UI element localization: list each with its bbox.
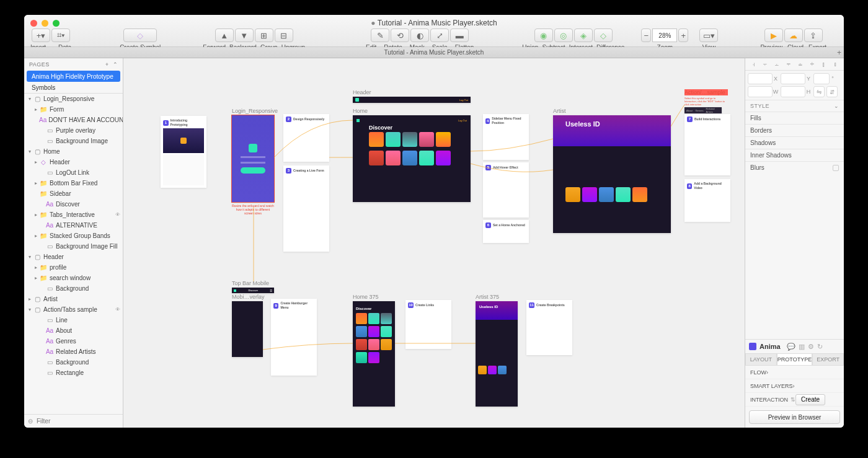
mobile-overlay-artboard[interactable]	[232, 301, 263, 357]
fills-row[interactable]: Fills	[745, 112, 844, 124]
preview-button[interactable]: ▶	[764, 29, 783, 42]
artboard-label[interactable]: Login_Responsive	[232, 108, 278, 114]
ungroup-button[interactable]: ⊟	[275, 29, 293, 42]
rotate-button[interactable]: ⟲	[391, 29, 409, 42]
layer-row[interactable]: ▭Purple overlay	[24, 125, 123, 136]
zoom-in-button[interactable]: +	[678, 29, 688, 42]
filter-input[interactable]	[37, 418, 119, 425]
canvas[interactable]: 1Introducing Prototyping Login_Responsiv…	[123, 58, 745, 428]
anima-layout-icon[interactable]: ▥	[799, 343, 805, 351]
layer-row[interactable]: AaGenres	[24, 336, 123, 346]
artboard-label[interactable]: Header	[353, 89, 471, 95]
insert-button[interactable]: +▾	[32, 29, 50, 42]
forward-button[interactable]: ▲	[215, 29, 234, 42]
blurs-row[interactable]: Blurs	[745, 161, 844, 174]
artboard-label[interactable]: Artist 375	[476, 294, 518, 300]
layer-row[interactable]: ▸📁Stacked Group Bands	[24, 231, 123, 241]
anima-smartlayers-row[interactable]: SMART LAYERS›	[745, 379, 844, 393]
topbar-mobile-artboard[interactable]: Discover≡	[232, 288, 274, 293]
home-375-artboard[interactable]: Discover	[353, 301, 395, 407]
anima-flow-row[interactable]: FLOW›	[745, 366, 844, 379]
angle-input[interactable]	[813, 73, 830, 84]
collapse-pages-icon[interactable]: ⌃	[113, 61, 118, 68]
layer-row[interactable]: ▭LogOut Link	[24, 167, 123, 178]
align-left-icon[interactable]: ⫞	[749, 60, 758, 69]
anima-tab-prototype[interactable]: PROTOTYPE	[777, 353, 812, 366]
x-input[interactable]	[748, 73, 773, 84]
borders-row[interactable]: Borders	[745, 124, 844, 136]
zoom-out-button[interactable]: −	[641, 29, 651, 42]
artboard-label[interactable]: Top Bar Mobile	[232, 280, 274, 286]
align-right-icon[interactable]: ⫠	[773, 60, 781, 69]
layer-row[interactable]: ▭Background	[24, 283, 123, 294]
align-vcenter-icon[interactable]: ⫨	[796, 60, 805, 69]
layer-row[interactable]: ▸📁profile	[24, 262, 123, 273]
artist-375-artboard[interactable]: Useless ID	[476, 301, 518, 407]
home-artboard[interactable]: Log Out Discover	[353, 115, 471, 202]
anima-chat-icon[interactable]: 💬	[787, 343, 795, 351]
add-tab-icon[interactable]: +	[837, 48, 841, 57]
union-button[interactable]: ◉	[534, 29, 553, 42]
export-button[interactable]: ⇪	[804, 29, 823, 42]
artist-artboard[interactable]: Useless ID	[553, 115, 671, 233]
layer-row[interactable]: ▸▢Artist	[24, 294, 123, 304]
anima-tab-layout[interactable]: LAYOUT	[745, 353, 777, 366]
artboard-label[interactable]: Home 375	[353, 294, 395, 300]
flip-h-icon[interactable]: ⇋	[813, 86, 825, 97]
layer-row[interactable]: ▸📁Bottom Bar Fixed	[24, 178, 123, 188]
data-button[interactable]: ⌗▾	[51, 29, 70, 42]
layer-row[interactable]: ▭Background Image Fill	[24, 241, 123, 252]
create-symbol-button[interactable]: ◇	[123, 29, 157, 42]
layer-row[interactable]: AaALTERNATIVE	[24, 220, 123, 231]
layer-row[interactable]: ▭Background Image	[24, 136, 123, 146]
subtract-button[interactable]: ◎	[554, 29, 573, 42]
align-top-icon[interactable]: ⫧	[784, 60, 793, 69]
layer-row[interactable]: ▸📁Form	[24, 104, 123, 115]
anima-refresh-icon[interactable]: ↻	[817, 343, 823, 351]
scale-button[interactable]: ⤢	[430, 29, 449, 42]
interaction-stepper-icon[interactable]: ⇅	[790, 397, 795, 403]
create-interaction-button[interactable]: Create	[795, 394, 825, 405]
layer-row[interactable]: ▾▢Action/Tabs sample👁	[24, 304, 123, 315]
layer-row[interactable]: AaRelated Artists	[24, 346, 123, 357]
anima-tab-export[interactable]: EXPORT	[812, 353, 844, 366]
layer-row[interactable]: ▾▢Header	[24, 252, 123, 262]
edit-button[interactable]: ✎	[371, 29, 389, 42]
artboard-label[interactable]: Artist	[553, 108, 671, 114]
zoom-display[interactable]: 28%	[652, 29, 677, 42]
inner-shadows-row[interactable]: Inner Shadows	[745, 149, 844, 161]
backward-button[interactable]: ▼	[235, 29, 254, 42]
cloud-button[interactable]: ☁	[784, 29, 803, 42]
align-hcenter-icon[interactable]: ⫟	[761, 60, 769, 69]
anima-gear-icon[interactable]: ⚙	[808, 343, 814, 351]
group-button[interactable]: ⊞	[255, 29, 273, 42]
intersect-button[interactable]: ◈	[574, 29, 593, 42]
page-item[interactable]: Anima High Fidelity Prototype	[27, 71, 120, 82]
layer-row[interactable]: AaDiscover	[24, 199, 123, 209]
layers-panel[interactable]: ▾▢Login_Responsive▸📁FormAaDON'T HAVE AN …	[24, 93, 123, 414]
layer-row[interactable]: ▸◇Header	[24, 157, 123, 167]
layer-row[interactable]: 📁Sidebar	[24, 188, 123, 199]
layer-row[interactable]: ▭Rectangle	[24, 368, 123, 378]
artboard-label[interactable]: Mobi…verlay	[232, 294, 265, 300]
align-bottom-icon[interactable]: ⫩	[808, 60, 817, 69]
action-tabs-artboard[interactable]: About Genres Related Artists	[684, 107, 722, 113]
layer-row[interactable]: ▸📁Tabs_Interactive👁	[24, 209, 123, 220]
w-input[interactable]	[748, 86, 773, 97]
difference-button[interactable]: ◇	[594, 29, 613, 42]
distribute-v-icon[interactable]: ⫾	[831, 60, 840, 69]
distribute-h-icon[interactable]: ⫿	[820, 60, 828, 69]
preview-in-browser-button[interactable]: Preview in Browser	[749, 410, 840, 424]
tab-title[interactable]: Tutorial - Anima Music Player.sketch	[384, 49, 484, 56]
layer-row[interactable]: ▭Background	[24, 357, 123, 368]
style-chevron-icon[interactable]: ⌄	[834, 103, 839, 109]
artboard-label[interactable]: Home	[353, 108, 471, 114]
y-input[interactable]	[781, 73, 805, 84]
header-artboard[interactable]: Log Out	[353, 97, 471, 103]
layer-row[interactable]: AaDON'T HAVE AN ACCOUN	[24, 115, 123, 125]
layer-row[interactable]: ▭Line	[24, 315, 123, 325]
add-page-icon[interactable]: +	[105, 61, 109, 68]
shadows-row[interactable]: Shadows	[745, 136, 844, 149]
mask-button[interactable]: ◐	[410, 29, 429, 42]
layer-row[interactable]: ▸📁search window	[24, 273, 123, 283]
